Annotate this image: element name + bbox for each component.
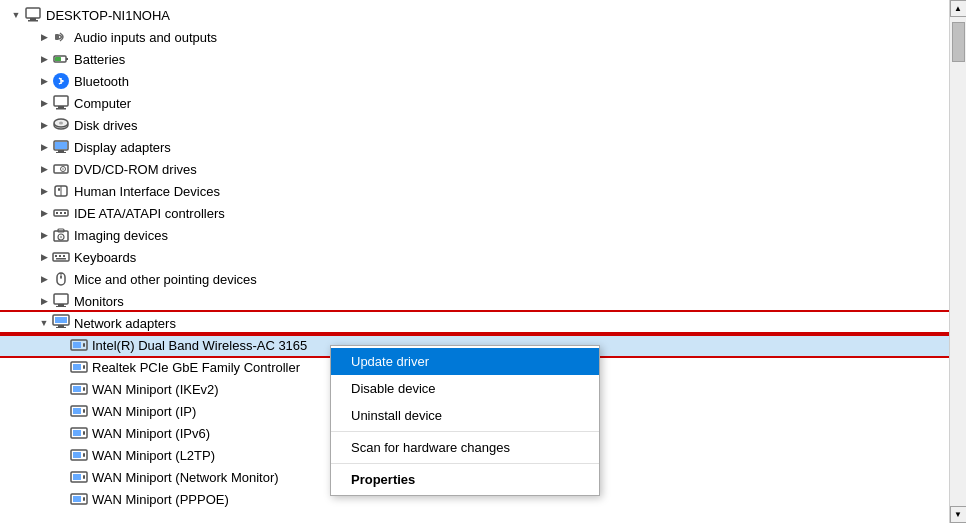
svg-rect-63 — [73, 452, 81, 458]
network-label: Network adapters — [74, 316, 949, 331]
tree-item-computer[interactable]: Computer — [0, 92, 949, 114]
svg-rect-51 — [73, 364, 81, 370]
keyboard-icon — [52, 248, 70, 266]
display-label: Display adapters — [74, 140, 949, 155]
computer2-icon — [52, 94, 70, 112]
monitors-chevron — [36, 293, 52, 309]
tree-item-keyboards[interactable]: Keyboards — [0, 246, 949, 268]
nic-wan-netmon-icon — [70, 468, 88, 486]
tree-item-audio[interactable]: Audio inputs and outputs — [0, 26, 949, 48]
tree-item-imaging[interactable]: Imaging devices — [0, 224, 949, 246]
computer-label: Computer — [74, 96, 949, 111]
tree-root[interactable]: DESKTOP-NI1NOHA — [0, 4, 949, 26]
scroll-down-button[interactable]: ▼ — [950, 506, 967, 523]
svg-rect-23 — [58, 188, 60, 191]
svg-rect-35 — [63, 255, 65, 257]
svg-rect-67 — [83, 475, 85, 479]
svg-rect-27 — [64, 212, 66, 214]
tree-item-ide[interactable]: IDE ATA/ATAPI controllers — [0, 202, 949, 224]
svg-rect-9 — [58, 106, 64, 108]
tree-item-batteries[interactable]: Batteries — [0, 48, 949, 70]
audio-chevron — [36, 29, 52, 45]
svg-rect-61 — [83, 431, 85, 435]
mice-chevron — [36, 271, 52, 287]
hid-icon — [52, 182, 70, 200]
svg-rect-46 — [56, 327, 66, 328]
dvd-icon — [52, 160, 70, 178]
svg-rect-6 — [55, 57, 61, 61]
computer2-chevron — [36, 95, 52, 111]
network-icon — [52, 314, 70, 332]
bluetooth-icon — [52, 72, 70, 90]
tree-item-hid[interactable]: Human Interface Devices — [0, 180, 949, 202]
tree-item-mice[interactable]: Mice and other pointing devices — [0, 268, 949, 290]
context-menu-uninstall[interactable]: Uninstall device — [331, 402, 599, 429]
root-label: DESKTOP-NI1NOHA — [46, 8, 949, 23]
svg-rect-66 — [73, 474, 81, 480]
hid-chevron — [36, 183, 52, 199]
monitors-label: Monitors — [74, 294, 949, 309]
svg-point-20 — [62, 168, 64, 170]
ide-chevron — [36, 205, 52, 221]
computer-icon — [24, 6, 42, 24]
svg-rect-70 — [83, 497, 85, 501]
mouse-icon — [52, 270, 70, 288]
hid-label: Human Interface Devices — [74, 184, 949, 199]
tree-item-network[interactable]: Network adapters — [0, 312, 949, 334]
svg-rect-2 — [28, 20, 38, 22]
svg-rect-64 — [83, 453, 85, 457]
svg-rect-25 — [56, 212, 58, 214]
svg-rect-17 — [55, 142, 67, 149]
display-chevron — [36, 139, 52, 155]
svg-rect-48 — [73, 342, 81, 348]
context-menu-disable[interactable]: Disable device — [331, 375, 599, 402]
svg-rect-45 — [58, 325, 64, 327]
svg-rect-58 — [83, 409, 85, 413]
svg-rect-1 — [30, 18, 36, 20]
dvd-label: DVD/CD-ROM drives — [74, 162, 949, 177]
tree-item-display[interactable]: Display adapters — [0, 136, 949, 158]
svg-rect-57 — [73, 408, 81, 414]
disk-label: Disk drives — [74, 118, 949, 133]
context-menu-properties[interactable]: Properties — [331, 466, 599, 493]
dvd-chevron — [36, 161, 52, 177]
batteries-chevron — [36, 51, 52, 67]
tree-item-monitors[interactable]: Monitors — [0, 290, 949, 312]
monitor-icon — [52, 292, 70, 310]
nic-wan-ip-icon — [70, 402, 88, 420]
device-manager-panel: DESKTOP-NI1NOHA Audio inputs and outputs — [0, 0, 949, 523]
scroll-thumb[interactable] — [952, 22, 965, 62]
tree-item-disk[interactable]: Disk drives — [0, 114, 949, 136]
svg-point-31 — [60, 236, 62, 238]
tree-item-dvd[interactable]: DVD/CD-ROM drives — [0, 158, 949, 180]
svg-rect-60 — [73, 430, 81, 436]
svg-rect-36 — [56, 258, 66, 260]
display-icon — [52, 138, 70, 156]
svg-rect-0 — [26, 8, 40, 18]
svg-rect-69 — [73, 496, 81, 502]
nic-wan-ipv6-icon — [70, 424, 88, 442]
svg-rect-16 — [56, 152, 66, 153]
bluetooth-chevron — [36, 73, 52, 89]
bluetooth-label: Bluetooth — [74, 74, 949, 89]
svg-rect-54 — [73, 386, 81, 392]
network-chevron — [36, 315, 52, 331]
context-menu-scan[interactable]: Scan for hardware changes — [331, 434, 599, 461]
svg-rect-8 — [54, 96, 68, 106]
imaging-chevron — [36, 227, 52, 243]
scroll-track[interactable] — [950, 17, 966, 506]
batteries-label: Batteries — [74, 52, 949, 67]
context-menu: Update driver Disable device Uninstall d… — [330, 345, 600, 496]
svg-rect-52 — [83, 365, 85, 369]
tree-item-bluetooth[interactable]: Bluetooth — [0, 70, 949, 92]
mice-label: Mice and other pointing devices — [74, 272, 949, 287]
nic-intel-icon — [70, 336, 88, 354]
keyboards-label: Keyboards — [74, 250, 949, 265]
context-menu-update[interactable]: Update driver — [331, 348, 599, 375]
svg-point-39 — [60, 276, 62, 278]
imaging-icon — [52, 226, 70, 244]
svg-rect-3 — [55, 34, 59, 40]
nic-wan-ikev2-icon — [70, 380, 88, 398]
nic-wan-pppoe-icon — [70, 490, 88, 508]
scroll-up-button[interactable]: ▲ — [950, 0, 967, 17]
